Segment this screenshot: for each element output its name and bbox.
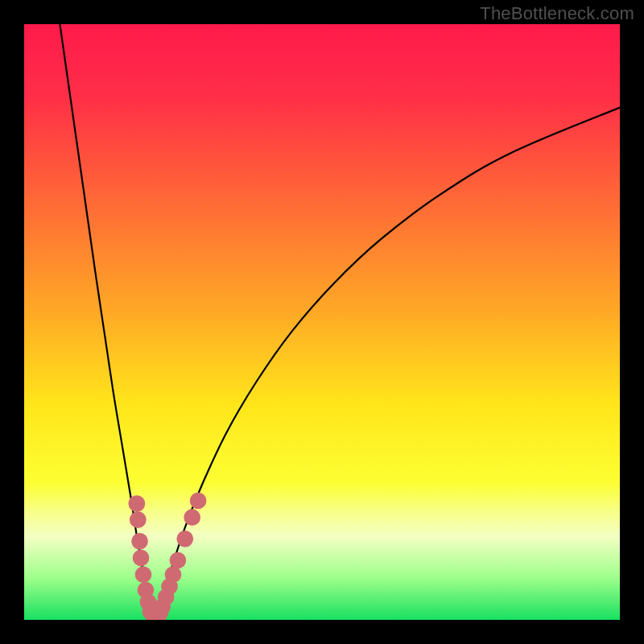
bottleneck-chart bbox=[24, 24, 620, 620]
data-marker bbox=[165, 566, 182, 583]
data-marker bbox=[133, 550, 150, 567]
data-marker bbox=[184, 509, 200, 526]
data-marker bbox=[170, 552, 187, 569]
data-marker bbox=[176, 530, 193, 547]
data-marker bbox=[135, 566, 152, 583]
chart-frame: TheBottleneck.com bbox=[0, 0, 644, 644]
data-marker bbox=[131, 533, 148, 550]
data-marker bbox=[130, 511, 147, 528]
data-marker bbox=[190, 493, 207, 510]
data-marker bbox=[129, 495, 146, 512]
watermark-label: TheBottleneck.com bbox=[480, 3, 634, 24]
plot-background bbox=[24, 24, 620, 620]
